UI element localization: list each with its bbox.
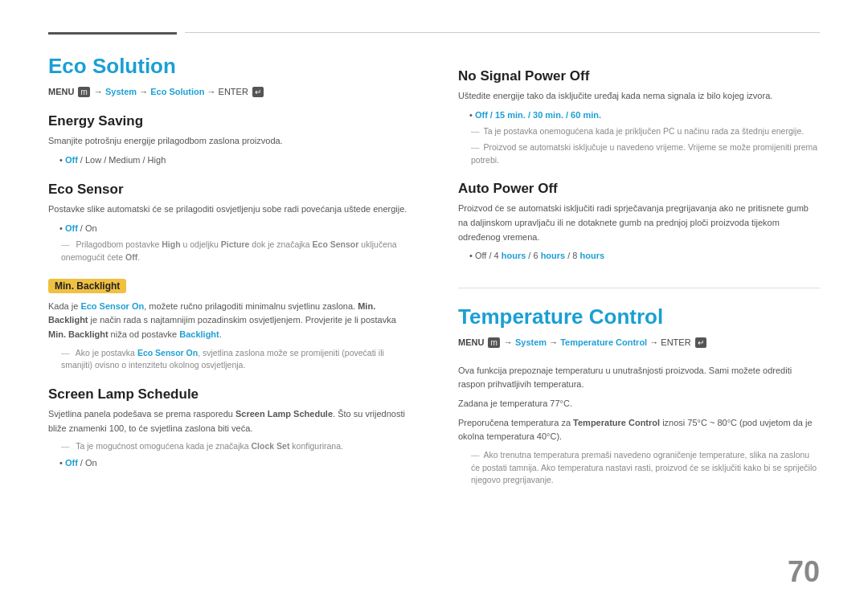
min-backlight-note: Ako je postavka Eco Sensor On, svjetlina… xyxy=(48,347,410,373)
arrow1: → xyxy=(94,87,105,96)
eco-sensor-off: Off xyxy=(65,223,78,233)
hours-1: hours xyxy=(502,251,526,260)
temp-enter-icon: ↵ xyxy=(695,337,706,348)
eco-sensor-options: Off / On xyxy=(59,222,410,236)
auto-power-off-body: Proizvod će se automatski isključiti rad… xyxy=(458,202,820,244)
temperature-divider xyxy=(458,288,820,288)
temp-control-bold: Temperature Control xyxy=(573,418,660,427)
no-signal-body: Uštedite energije tako da isključite ure… xyxy=(458,89,820,104)
no-signal-note2: Proizvod se automatski isključuje u nave… xyxy=(458,141,820,167)
top-bar-left xyxy=(48,32,177,35)
eco-sensor-note: Prilagodbom postavke High u odjeljku Pic… xyxy=(48,239,410,264)
temp-arrow1: → xyxy=(504,337,515,347)
eco-solution-title: Eco Solution xyxy=(48,54,410,79)
no-signal-title: No Signal Power Off xyxy=(458,68,820,84)
temp-body3-prefix: Preporučena temperatura za xyxy=(458,418,573,427)
eco-sensor-on: / On xyxy=(78,223,97,233)
eco-solution-link: Eco Solution xyxy=(150,87,204,96)
system-link: System xyxy=(105,87,137,96)
off-4-prefix: Off / 4 xyxy=(475,251,502,260)
sep1: / 6 xyxy=(526,251,540,260)
screen-lamp-note: Ta je mogućnost omogućena kada je značaj… xyxy=(48,440,410,453)
temperature-body1: Ova funkcija prepoznaje temperaturu u un… xyxy=(458,364,820,392)
auto-power-off-options: Off / 4 hours / 6 hours / 8 hours xyxy=(469,249,820,264)
screen-lamp-off: Off xyxy=(65,458,78,468)
temperature-note: Ako trenutna temperatura premaši naveden… xyxy=(458,449,820,487)
energy-saving-title: Energy Saving xyxy=(48,113,410,129)
no-signal-options-accent: Off / 15 min. / 30 min. / 60 min. xyxy=(475,110,601,120)
left-column: Eco Solution MENU m → System → Eco Solut… xyxy=(48,54,410,490)
eco-sensor-title: Eco Sensor xyxy=(48,182,410,198)
energy-off-option: Off xyxy=(65,155,78,165)
menu-icon: m xyxy=(78,87,89,97)
eco-sensor-body: Postavke slike automatski će se prilagod… xyxy=(48,202,410,217)
energy-saving-body: Smanjite potrošnju energije prilagodbom … xyxy=(48,134,410,149)
temp-menu-label: MENU xyxy=(458,337,486,347)
hours-3: hours xyxy=(580,251,605,260)
eco-sensor-on-note: Eco Sensor On xyxy=(137,348,198,358)
arrow3: → ENTER xyxy=(207,87,250,96)
right-column: No Signal Power Off Uštedite energije ta… xyxy=(458,54,820,490)
top-bar-right xyxy=(185,32,820,33)
sep2: / 8 xyxy=(565,251,579,260)
screen-lamp-on: / On xyxy=(78,458,97,468)
no-signal-options: Off / 15 min. / 30 min. / 60 min. xyxy=(469,108,820,123)
temperature-control-title: Temperature Control xyxy=(458,304,820,329)
screen-lamp-options: Off / On xyxy=(59,456,410,471)
min-backlight-body: Kada je Eco Sensor On, možete ručno pril… xyxy=(48,300,410,342)
enter-icon: ↵ xyxy=(252,87,264,97)
no-signal-note1: Ta je postavka onemogućena kada je prikl… xyxy=(458,125,820,138)
temp-menu-icon: m xyxy=(488,337,499,348)
temp-arrow3: → ENTER xyxy=(649,337,693,347)
temperature-body3: Preporučena temperatura za Temperature C… xyxy=(458,416,820,444)
backlight-ref: Backlight xyxy=(179,329,219,339)
temp-arrow2: → xyxy=(549,337,560,347)
page-number: 70 xyxy=(788,555,820,589)
temperature-body2: Zadana je temperatura 77°C. xyxy=(458,397,820,411)
energy-saving-options: Off / Low / Medium / High xyxy=(59,153,410,168)
temp-control-link: Temperature Control xyxy=(560,337,647,347)
screen-lamp-body: Svjetlina panela podešava se prema raspo… xyxy=(48,407,410,435)
eco-solution-menu-path: MENU m → System → Eco Solution → ENTER ↵ xyxy=(48,87,410,97)
auto-power-off-title: Auto Power Off xyxy=(458,181,820,197)
menu-label: MENU xyxy=(48,87,76,96)
screen-lamp-title: Screen Lamp Schedule xyxy=(48,386,410,403)
min-backlight-highlight: Min. Backlight xyxy=(48,279,126,293)
temp-system-link: System xyxy=(515,337,547,347)
hours-2: hours xyxy=(541,251,566,260)
arrow2: → xyxy=(139,87,150,96)
energy-other-options: / Low / Medium / High xyxy=(78,155,166,165)
temperature-menu-path: MENU m → System → Temperature Control → … xyxy=(458,337,820,348)
eco-sensor-on-ref: Eco Sensor On xyxy=(80,301,144,311)
